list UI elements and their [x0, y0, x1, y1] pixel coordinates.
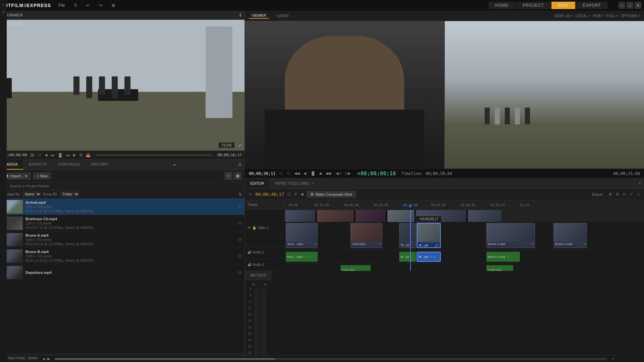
editor-tool-in[interactable]: ◀ [300, 191, 304, 197]
tab-intro-title-card[interactable]: INTRO TITLE CARD ✕ [270, 179, 319, 188]
media-gear-brunoa[interactable]: ⚙ [238, 237, 242, 242]
media-item-briefcase[interactable]: Briefcase CU.mp4 1280 x 720 pixels 00;00… [0, 215, 245, 232]
menu-file[interactable]: File [56, 2, 67, 9]
group-by-select[interactable]: Folder [60, 191, 79, 197]
viewer-icon-prev-frame[interactable]: ◀◀ [293, 171, 301, 176]
clip-br1[interactable]: Br...p4 [399, 223, 416, 248]
editor-shrink-icon[interactable]: ⤡ [636, 191, 641, 197]
editor-fit-icon[interactable]: ⇔ [622, 191, 627, 197]
view-type-dropdown-icon[interactable]: ▾ [572, 14, 573, 17]
arrange-by-select[interactable]: Name [22, 191, 41, 197]
tab-history[interactable]: HISTORY [86, 160, 114, 170]
tab-editor[interactable]: EDITOR [245, 179, 270, 188]
editor-zoom-out-icon[interactable]: ⊖ [615, 191, 620, 197]
expand-icon[interactable]: ⤢ [238, 143, 242, 148]
nav-edit[interactable]: EDIT [551, 2, 575, 9]
audio-icon[interactable]: 🔊 [248, 250, 252, 254]
options-control[interactable]: OPTIONS ▾ [621, 14, 640, 18]
options-dropdown-icon[interactable]: ▾ [639, 14, 640, 17]
media-item-brunob[interactable]: Bruno B.mp4 1280 x 720 pixels 00;01;12;1… [0, 248, 245, 264]
trimmer-mark-out-icon[interactable]: ▶ [72, 152, 76, 158]
audio-clip-brunoa[interactable]: Bruno A.mp4 ● [486, 252, 520, 262]
media-item-departure[interactable]: Departure.mp4 ⚙ [0, 264, 245, 281]
view-type-control[interactable]: VIEW: 2D ▾ [554, 14, 573, 18]
composite-shot-button[interactable]: ⊞ Make Composite Shot [307, 191, 356, 198]
timeline-scrollbar[interactable] [55, 358, 607, 360]
viewer-icon-cam[interactable]: ⬡ [278, 171, 284, 176]
local-dropdown-icon[interactable]: ▾ [589, 14, 590, 17]
win-close[interactable]: ✕ [635, 2, 641, 9]
audio2-speaker-icon[interactable]: 🔊 [248, 263, 252, 266]
local-control[interactable]: LOCAL ▾ [576, 14, 590, 18]
clip-brunoa-2[interactable]: Bruno A.mp4 ● [553, 223, 587, 248]
bottom-play-icon[interactable]: ▶ [47, 357, 50, 361]
editor-tool-snap[interactable]: ⬡ [287, 191, 291, 197]
win-minimize[interactable]: ─ [619, 2, 625, 9]
win-maximize[interactable]: □ [627, 2, 633, 9]
timeline-scroll-area[interactable]: 00;00 00;35,00 00;40,00 00;45,00 00;50,0… [285, 200, 644, 271]
media-gear-briefcase[interactable]: ⚙ [238, 221, 242, 226]
viewer-icon-mark-out[interactable]: ▷▶ [344, 171, 352, 176]
menu-undo-icon[interactable]: ↩ [84, 2, 92, 9]
tab-viewer[interactable]: VIEWER [249, 13, 269, 19]
viewer-icon-snap[interactable]: ⬡ [285, 171, 291, 176]
delete-button[interactable]: Delete [28, 356, 38, 360]
view-grid-icon[interactable]: ⊞ [234, 172, 242, 180]
trimmer-export-icon[interactable]: 📤 [85, 152, 91, 158]
viewer-icon-pause[interactable]: ▐▌ [309, 171, 317, 176]
trimmer-settings-icon[interactable]: ⚙ [78, 152, 83, 158]
new-button[interactable]: + New [33, 173, 51, 179]
clip-w1-selected[interactable]: W....p4 ⤢ +00;00;00;17 [417, 223, 441, 248]
editor-expand-icon[interactable]: ⤢ [629, 191, 634, 197]
audio-clip-br[interactable]: Br...p4 [399, 252, 416, 262]
trimmer-progress-bar[interactable] [96, 155, 213, 156]
audio-clip-w1[interactable]: W....p4 ● ● [417, 252, 441, 262]
tab-controls[interactable]: CONTROLS [53, 160, 86, 170]
tab-effects[interactable]: EFFECTS [23, 160, 53, 170]
viewer-rotate-icon[interactable]: ↺ [2, 10, 5, 15]
media-item-brunoa[interactable]: Bruno A.mp4 1280 x 720 pixels 00;01;05;0… [0, 232, 245, 248]
nav-project[interactable]: PROJECT [516, 2, 551, 9]
full-dropdown-icon[interactable]: ▾ [616, 14, 618, 17]
nav-export[interactable]: EXPORT [576, 2, 608, 9]
search-input[interactable] [10, 184, 242, 188]
import-dropdown-icon[interactable]: ▾ [25, 174, 27, 178]
trimmer-play-icon[interactable]: ▐▌ [57, 153, 64, 158]
viewer-icon-next[interactable]: ▶ [318, 171, 324, 176]
trimmer-next-icon[interactable]: ⏭ [65, 153, 70, 158]
full-control[interactable]: FULL ▾ [606, 14, 618, 18]
menu-redo-icon[interactable]: ↪ [97, 2, 104, 9]
editor-tool-loop[interactable]: ⟳ [293, 191, 298, 197]
eye-icon[interactable]: 👁 [248, 226, 251, 230]
lock-icon[interactable]: 🔒 [252, 226, 256, 230]
tab-layer[interactable]: LAYER [274, 13, 291, 18]
view-list-icon[interactable]: ☰ [224, 172, 232, 180]
trimmer-prev-icon[interactable]: ⏮ [50, 153, 55, 158]
rgb-control[interactable]: RGB ▾ [593, 14, 604, 18]
media-gear-departure[interactable]: ⚙ [238, 270, 242, 275]
trimmer-info-icon[interactable]: ℹ [239, 13, 241, 17]
bottom-end-icon[interactable]: ⤢ [611, 357, 614, 361]
trimmer-mark-in-icon[interactable]: ◀ [44, 152, 48, 158]
media-gear-brunob[interactable]: ⚙ [238, 254, 242, 258]
trimmer-cam-icon[interactable]: 🎥 [29, 152, 35, 158]
clip-josh1[interactable]: Josh.mp4 ● [351, 223, 382, 248]
rgb-dropdown-icon[interactable]: ▾ [602, 14, 604, 17]
media-tabs-settings[interactable]: ⚙ [235, 160, 245, 170]
bottom-stop-icon[interactable]: ■ [43, 357, 45, 361]
sort-icon[interactable]: ⇅ [238, 192, 242, 197]
tab-intro-close-icon[interactable]: ✕ [311, 182, 314, 185]
editor-close-icon[interactable]: ✕ [635, 178, 644, 188]
menu-copy-icon[interactable]: ⎘ [72, 2, 79, 9]
viewer-arrow-icon[interactable]: ↖ [2, 3, 5, 7]
viewer-icon-next-frame[interactable]: ▶▶ [325, 171, 333, 176]
export-button[interactable]: Export [589, 191, 605, 198]
editor-zoom-in-icon[interactable]: ⊕ [608, 191, 612, 197]
nav-home[interactable]: HOME [489, 2, 516, 9]
media-gear-arrival[interactable]: ⚙ [238, 204, 242, 209]
viewer-icon-prev[interactable]: ◀ [302, 171, 308, 176]
trimmer-snap-icon[interactable]: ⬡ [37, 152, 42, 158]
audio-clip-brun[interactable]: Brun....mp4 ● ● [286, 252, 318, 262]
media-item-arrival[interactable]: Arrival.mp4 1280 x 720 pixels 00;00;16;1… [0, 199, 245, 215]
audio-clip-emily[interactable]: Emily.mp4 [486, 265, 513, 271]
